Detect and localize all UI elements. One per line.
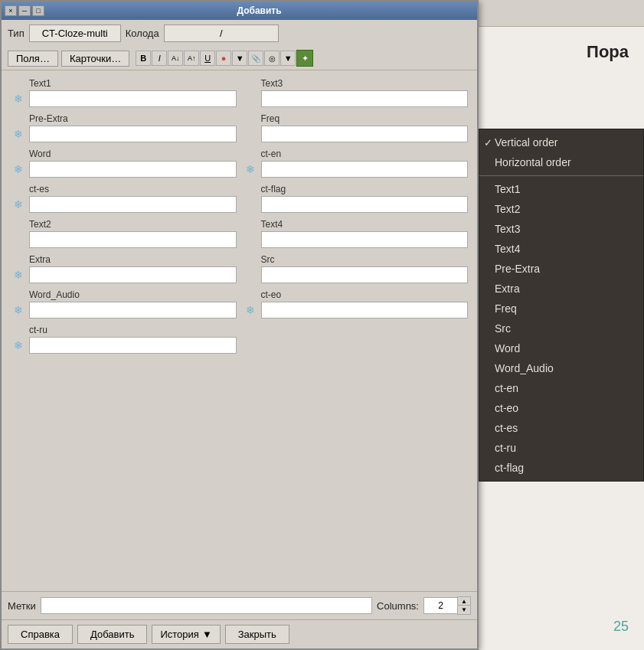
menu-item-ct-eo[interactable]: ct-eo (479, 398, 643, 418)
field-ct-eo: ct-eo ❄ (240, 288, 472, 320)
field-ct-flag: ct-flag ❄ (240, 182, 472, 214)
font-size-down-button[interactable]: A↓ (168, 51, 183, 66)
field-text1-row: ❄ (11, 90, 237, 107)
toolbar: Поля… Карточки… B I A↓ A↑ U ● ▼ 📎 ◎ ▼ ✦ (2, 47, 477, 70)
action-bar: Справка Добавить История ▼ Закрыть (2, 619, 477, 648)
attachment-button[interactable]: 📎 (248, 51, 263, 66)
special-button[interactable]: ✦ (296, 50, 313, 67)
field-word-snowflake[interactable]: ❄ (11, 162, 26, 177)
field-ct-eo-input[interactable] (261, 302, 469, 318)
field-src-label: Src (243, 254, 469, 265)
field-text1-input[interactable] (29, 90, 237, 107)
columns-down-button[interactable]: ▼ (458, 606, 470, 614)
menu-item-ct-es[interactable]: ct-es (479, 418, 643, 438)
type-value-button[interactable]: CT-Cloze-multi (29, 24, 121, 42)
type-label: Тип (8, 28, 25, 39)
menu-item-text1[interactable]: Text1 (479, 179, 643, 199)
color-dropdown-button[interactable]: ▼ (232, 51, 247, 66)
history-button[interactable]: История ▼ (152, 625, 220, 644)
field-ct-ru-snowflake[interactable]: ❄ (11, 338, 26, 353)
menu-item-src-label: Src (495, 322, 511, 335)
menu-item-vertical[interactable]: Vertical order (479, 132, 643, 152)
bold-button[interactable]: B (136, 51, 151, 66)
deck-value-button[interactable]: / (164, 24, 279, 42)
fields-area: Text1 ❄ Text3 ❄ Pre-Extra ❄ (2, 70, 477, 591)
field-ct-en-snowflake[interactable]: ❄ (243, 162, 258, 177)
field-pre-extra-snowflake[interactable]: ❄ (11, 126, 26, 142)
field-src-input[interactable] (261, 266, 469, 283)
close-button[interactable]: Закрыть (225, 625, 289, 644)
field-freq-input[interactable] (261, 126, 469, 142)
field-text4-input[interactable] (261, 231, 469, 248)
menu-item-text4[interactable]: Text4 (479, 239, 643, 259)
help-button[interactable]: Справка (8, 625, 73, 644)
field-word-audio-label: Word_Audio (11, 289, 237, 300)
menu-item-ct-en-label: ct-en (495, 382, 518, 394)
menu-item-text2[interactable]: Text2 (479, 199, 643, 219)
field-text1-snowflake[interactable]: ❄ (11, 91, 26, 106)
field-ct-eo-snowflake[interactable]: ❄ (243, 302, 258, 318)
menu-item-word[interactable]: Word (479, 338, 643, 358)
italic-button[interactable]: I (152, 51, 167, 66)
field-ct-es-label: ct-es (11, 184, 237, 194)
underline-button[interactable]: U (200, 51, 215, 66)
close-btn-x[interactable]: × (5, 5, 17, 16)
columns-up-button[interactable]: ▲ (458, 597, 470, 606)
title-controls: × ─ □ (5, 5, 44, 16)
menu-item-ct-ru[interactable]: ct-ru (479, 438, 643, 458)
menu-item-text3[interactable]: Text3 (479, 219, 643, 239)
field-word-input[interactable] (29, 161, 237, 178)
font-size-up-button[interactable]: A↑ (184, 51, 199, 66)
menu-item-src[interactable]: Src (479, 318, 643, 338)
field-ct-es-input[interactable] (29, 196, 237, 213)
metki-input[interactable] (41, 597, 372, 614)
menu-item-word-audio[interactable]: Word_Audio (479, 358, 643, 378)
field-text3: Text3 ❄ (240, 77, 472, 109)
minimize-btn[interactable]: ─ (18, 5, 31, 16)
field-word-audio-snowflake[interactable]: ❄ (11, 302, 26, 318)
menu-item-vertical-label: Vertical order (495, 136, 557, 149)
field-ct-en-row: ❄ (243, 161, 469, 178)
columns-input[interactable] (423, 597, 458, 614)
fields-button[interactable]: Поля… (8, 51, 58, 67)
audio-button[interactable]: ◎ (264, 51, 280, 66)
menu-item-pre-extra-label: Pre-Extra (495, 263, 540, 275)
field-pre-extra-row: ❄ (11, 126, 237, 142)
field-pre-extra-input[interactable] (29, 126, 237, 142)
maximize-btn[interactable]: □ (32, 5, 44, 16)
add-button[interactable]: Добавить (77, 625, 147, 644)
field-word-audio-input[interactable] (29, 302, 237, 318)
field-extra-input[interactable] (29, 266, 237, 283)
add-dialog: × ─ □ Добавить Тип CT-Cloze-multi Колода… (0, 0, 479, 650)
field-word: Word ❄ (8, 147, 240, 179)
field-extra-snowflake[interactable]: ❄ (11, 267, 26, 283)
menu-item-horizontal[interactable]: Horizontal order (479, 152, 643, 172)
field-ct-en-input[interactable] (261, 161, 469, 178)
field-text3-label: Text3 (243, 78, 469, 89)
field-text2-label: Text2 (11, 219, 237, 230)
field-ct-es-snowflake[interactable]: ❄ (11, 197, 26, 212)
color-button[interactable]: ● (216, 51, 231, 66)
columns-spinner: ▲ ▼ (423, 596, 471, 615)
field-src-row: ❄ (243, 266, 469, 283)
field-text2-input[interactable] (29, 231, 237, 248)
menu-item-ct-en[interactable]: ct-en (479, 378, 643, 398)
field-word-audio: Word_Audio ❄ (8, 288, 240, 320)
menu-item-freq[interactable]: Freq (479, 299, 643, 318)
field-pre-extra: Pre-Extra ❄ (8, 112, 240, 144)
cards-button[interactable]: Карточки… (61, 51, 129, 67)
more-button[interactable]: ▼ (280, 51, 296, 66)
field-text4-label: Text4 (243, 219, 469, 230)
menu-item-ct-ru-label: ct-ru (495, 442, 516, 454)
field-ct-flag-input[interactable] (261, 196, 469, 213)
field-text3-input[interactable] (261, 90, 469, 107)
menu-item-ct-flag[interactable]: ct-flag (479, 458, 643, 478)
menu-item-pre-extra[interactable]: Pre-Extra (479, 259, 643, 279)
field-ct-ru-row: ❄ (11, 337, 237, 354)
menu-item-extra[interactable]: Extra (479, 279, 643, 299)
field-ct-en-label: ct-en (243, 149, 469, 159)
field-ct-ru-input[interactable] (29, 337, 237, 354)
type-deck-bar: Тип CT-Cloze-multi Колода / (2, 20, 477, 47)
menu-item-freq-label: Freq (495, 302, 517, 315)
field-word-label: Word (11, 149, 237, 159)
